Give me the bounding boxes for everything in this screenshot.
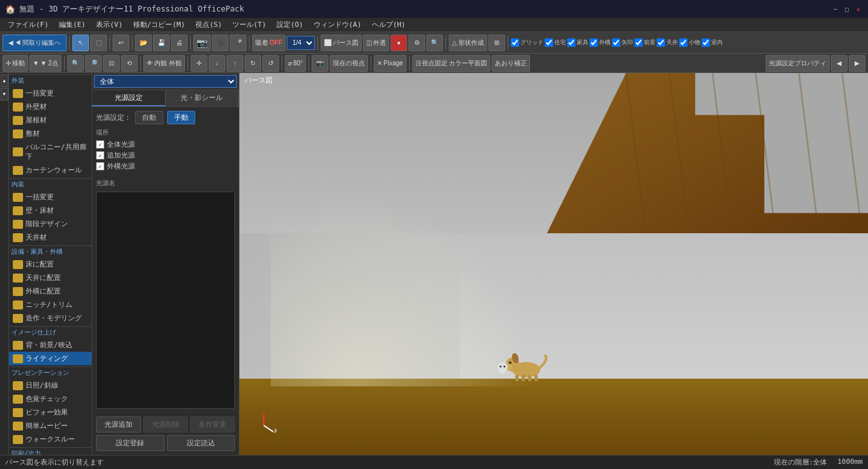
view-3d-button[interactable]: ⬜ パース図 — [321, 35, 362, 51]
auto-btn[interactable]: 自動 — [135, 111, 163, 124]
menu-window[interactable]: ウィンドウ(A) — [309, 19, 367, 31]
camera2-button[interactable]: 🎥 — [212, 35, 229, 51]
grid-check[interactable] — [511, 38, 519, 47]
menu-movecopy[interactable]: 移動/コピー(M) — [128, 19, 191, 31]
rotate-right-button[interactable]: ↺ — [262, 55, 279, 72]
nav-left-button[interactable]: ◀ — [831, 55, 848, 72]
minimize-button[interactable]: ─ — [831, 4, 840, 13]
delete-light-button[interactable]: 光源削除 — [143, 416, 188, 432]
check-tsuika-box[interactable]: ✓ — [96, 151, 104, 160]
view-toggle-button[interactable]: ◫ 外透 — [363, 35, 389, 51]
panel-item-shikaku[interactable]: 色覚チェック — [9, 392, 92, 406]
light-list[interactable] — [96, 192, 235, 409]
rename-light-button[interactable]: 名作変更 — [190, 416, 235, 432]
kagu-check[interactable] — [567, 38, 575, 47]
panel-item-tenjo[interactable]: 天井材 — [9, 231, 92, 244]
points-button[interactable]: ▼ ▼ 2点 — [29, 55, 61, 72]
undo-button[interactable]: ↩ — [113, 35, 129, 51]
load-settings-button[interactable]: 設定読込 — [167, 435, 236, 451]
panel-item-modeling[interactable]: 造作・モデリング — [9, 311, 92, 325]
panel-item-yuka[interactable]: 床に配置 — [9, 258, 92, 271]
open-button[interactable]: 📂 — [135, 35, 152, 51]
zoom-out-button[interactable]: 🔎 — [85, 55, 102, 72]
zone-select[interactable]: 全体 — [94, 75, 237, 88]
panel-item-lighting[interactable]: ライティング — [9, 352, 92, 365]
current-view-button[interactable]: 現在の視点 — [330, 55, 368, 72]
panel-item-curtain[interactable]: カーテンウォール — [9, 163, 92, 177]
view-inside-button[interactable]: 👁 内観 外観 — [143, 55, 185, 72]
panel-item-kaidan[interactable]: 階段デザイン — [9, 217, 92, 231]
panel-item-kabe[interactable]: 壁・床材 — [9, 204, 92, 217]
manual-btn[interactable]: 手動 — [167, 111, 195, 124]
maximize-button[interactable]: □ — [842, 4, 851, 13]
panel-item-nissho[interactable]: 日照/斜線 — [9, 379, 92, 392]
camera1-button[interactable]: 📷 — [193, 35, 211, 51]
settings-btn2[interactable]: ⚙ — [408, 35, 425, 51]
panel-item-tenjo2[interactable]: 天井に配置 — [9, 271, 92, 284]
zoom-reset-button[interactable]: ⟲ — [121, 55, 138, 72]
panel-item-balcony[interactable]: バルコニー/共用廊下 — [9, 140, 92, 163]
search-button[interactable]: 🔍 — [426, 35, 443, 51]
menu-edit[interactable]: 編集(E) — [54, 19, 91, 31]
select-tool-button[interactable]: ⬚ — [90, 35, 107, 51]
gaiko-check[interactable] — [590, 38, 598, 47]
aori-button[interactable]: あおり補正 — [492, 55, 530, 72]
mic-button[interactable]: 🎤 — [230, 35, 246, 51]
rotate-left-button[interactable]: ↻ — [245, 55, 261, 72]
menu-tools[interactable]: ツール(T) — [227, 19, 271, 31]
zoom-in-button[interactable]: 🔍 — [67, 55, 84, 72]
tab-light-setting[interactable]: 光源設定 — [92, 90, 166, 106]
check-zenbu-box[interactable]: ✓ — [96, 140, 104, 149]
panel-item-sotokabe[interactable]: 外壁材 — [9, 100, 92, 113]
kyuchaku-button[interactable]: 吸着 OFF — [252, 35, 285, 51]
pan-button[interactable]: ✛ — [191, 55, 207, 72]
rotate-down-button[interactable]: ↓ — [209, 55, 225, 72]
light-props-button[interactable]: 光源設定プロパティ — [766, 55, 830, 72]
yazirushi-check[interactable] — [612, 38, 620, 47]
register-settings-button[interactable]: 設定登録 — [96, 435, 165, 451]
close-button[interactable]: ✕ — [854, 4, 863, 13]
panel-item-yane[interactable]: 屋根材 — [9, 113, 92, 127]
tenjo-check[interactable] — [657, 38, 665, 47]
menu-view[interactable]: 表示(V) — [91, 19, 128, 31]
panel-item-ikkatu1[interactable]: 一括変更 — [9, 86, 92, 100]
add-light-button[interactable]: 光源追加 — [96, 416, 141, 432]
red-indicator-button[interactable]: ● — [390, 35, 407, 51]
print-button[interactable]: 🖨 — [171, 35, 188, 51]
panel-item-shiki[interactable]: 敷材 — [9, 127, 92, 140]
rotate-up-button[interactable]: ↑ — [227, 55, 243, 72]
menu-viewpoint[interactable]: 視点(S) — [190, 19, 227, 31]
zoom-fit-button[interactable]: ⊡ — [103, 55, 120, 72]
panel-item-workflow[interactable]: ウォークスルー — [9, 432, 92, 446]
panel-item-ikkatu2[interactable]: 一括変更 — [9, 190, 92, 204]
move-button[interactable]: ✛ 移動 — [3, 55, 28, 72]
menu-file[interactable]: ファイル(F) — [3, 19, 54, 31]
pixage-button[interactable]: ✕Pixage — [374, 55, 406, 72]
panel-item-niche[interactable]: ニッチ/トリム — [9, 298, 92, 311]
angle-button[interactable]: ⌀80° — [285, 55, 306, 72]
nav-right-button[interactable]: ▶ — [849, 55, 865, 72]
cursor-tool-button[interactable]: ↖ — [72, 35, 89, 51]
menu-help[interactable]: ヘルプ(H) — [367, 19, 411, 31]
tab-shadow-seal[interactable]: 光・影シール — [166, 90, 239, 106]
shitsu-check[interactable] — [702, 38, 710, 47]
jutaku-check[interactable] — [545, 38, 553, 47]
back-to-floor-plan-button[interactable]: ◀ ◀ 間取り編集へ — [3, 35, 67, 51]
panel-item-gaiko2[interactable]: 外構に配置 — [9, 284, 92, 298]
kotei-button[interactable]: 注視点固定 カラー平面図 — [412, 55, 491, 72]
panel-item-before[interactable]: ビフォー効果 — [9, 406, 92, 419]
grid-select[interactable]: 1/41/21 — [287, 36, 315, 50]
menu-settings[interactable]: 設定(O) — [271, 19, 309, 31]
panel-item-movie[interactable]: 簡単ムービー — [9, 419, 92, 432]
check-gaiko-box[interactable]: ✓ — [96, 162, 104, 170]
panel-item-haikei[interactable]: 背・前景/映込 — [9, 338, 92, 352]
camera-view-button[interactable]: 📷 — [312, 55, 328, 72]
3d-viewport[interactable]: パース図 — [239, 73, 868, 455]
kogata-check[interactable] — [679, 38, 687, 47]
shape-create-button[interactable]: △ 形状作成 — [449, 35, 487, 51]
ls-btn-1[interactable]: ▲ — [1, 74, 8, 87]
ls-btn-2[interactable]: ▼ — [1, 88, 8, 101]
save-button[interactable]: 💾 — [153, 35, 170, 51]
mode-toggle-button[interactable]: ⊞ — [488, 35, 505, 51]
maemado-check[interactable] — [634, 38, 643, 47]
